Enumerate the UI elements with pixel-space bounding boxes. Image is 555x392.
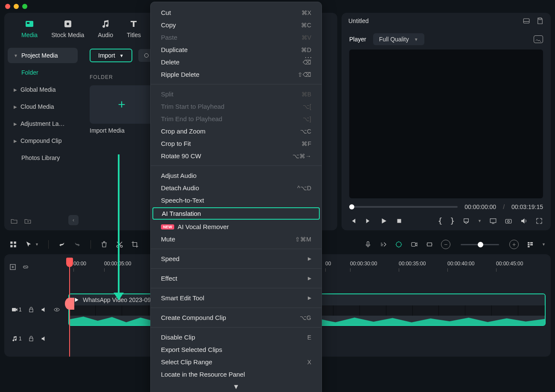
redo-icon[interactable]	[73, 241, 81, 248]
ctx-duplicate[interactable]: Duplicate⌘D	[151, 44, 321, 56]
expand-menu-icon[interactable]: ▼	[151, 380, 321, 392]
lock-icon[interactable]	[28, 306, 35, 313]
lock-icon[interactable]	[28, 335, 35, 342]
render-icon[interactable]	[410, 241, 418, 248]
sidebar-folder[interactable]: Folder	[8, 65, 78, 80]
playhead-handle[interactable]	[65, 298, 74, 310]
ctx-shortcut: ⌥[	[303, 103, 311, 110]
ctx-crop-to-fit[interactable]: Crop to Fit⌘F	[151, 137, 321, 150]
ctx-ripple-delete[interactable]: Ripple Delete⇧⌫	[151, 68, 321, 81]
undo-icon[interactable]	[58, 241, 66, 248]
mark-out-icon[interactable]: }	[450, 216, 455, 225]
grid-icon[interactable]	[9, 241, 17, 248]
visibility-icon[interactable]	[53, 306, 60, 313]
ctx-adjust-audio[interactable]: Adjust Audio	[151, 169, 321, 182]
display-icon[interactable]	[489, 217, 497, 225]
sidebar-compound-clip[interactable]: ▶ Compound Clip	[8, 133, 78, 148]
tab-titles[interactable]: Titles	[127, 19, 141, 38]
player-panel: Untitled Player Full Quality ▼ 00:00:00:	[342, 13, 551, 230]
minimize-window-button[interactable]	[14, 4, 19, 9]
layout-icon[interactable]	[523, 17, 530, 25]
seek-playhead[interactable]	[349, 204, 354, 209]
audio-mix-icon[interactable]	[380, 241, 387, 248]
save-icon[interactable]	[536, 17, 544, 25]
ctx-rotate-90-cw[interactable]: Rotate 90 CW⌥⌘→	[151, 150, 321, 162]
ctx-speed[interactable]: Speed▶	[151, 253, 321, 265]
tab-stock-media[interactable]: Stock Media	[51, 19, 84, 38]
seek-bar[interactable]	[349, 206, 458, 208]
playhead[interactable]	[69, 258, 70, 357]
mute-icon[interactable]	[41, 335, 47, 342]
stop-icon[interactable]	[395, 217, 403, 225]
tab-media[interactable]: Media	[21, 19, 38, 38]
ctx-select-clip-range[interactable]: Select Clip RangeX	[151, 356, 321, 368]
titles-icon	[129, 19, 139, 29]
voiceover-icon[interactable]	[364, 241, 372, 248]
prev-frame-icon[interactable]	[349, 217, 357, 225]
ctx-disable-clip[interactable]: Disable ClipE	[151, 331, 321, 343]
ctx-crop-and-zoom[interactable]: Crop and Zoom⌥C	[151, 125, 321, 137]
pointer-icon[interactable]	[25, 241, 32, 248]
ctx-delete[interactable]: Delete⌫	[151, 56, 321, 68]
step-forward-icon[interactable]	[365, 217, 372, 225]
fullscreen-icon[interactable]	[535, 217, 543, 225]
more-icon[interactable]: ⋯	[304, 52, 313, 62]
link-icon[interactable]	[22, 264, 29, 270]
zoom-in-button[interactable]: +	[509, 240, 519, 249]
import-button[interactable]: Import ▼	[90, 49, 132, 62]
delete-icon[interactable]	[100, 241, 108, 248]
new-bin-icon[interactable]	[24, 218, 32, 225]
sidebar-project-media[interactable]: ▼ Project Media	[8, 48, 78, 63]
cut-icon[interactable]	[116, 241, 123, 248]
zoom-out-button[interactable]: −	[441, 240, 450, 249]
zoom-knob[interactable]	[478, 242, 483, 247]
ctx-smart-edit-tool[interactable]: Smart Edit Tool▶	[151, 292, 321, 304]
snapshot-icon[interactable]	[534, 35, 543, 43]
sidebar-photos-library[interactable]: Photos Library	[8, 150, 78, 166]
collapse-sidebar-button[interactable]: ‹	[68, 215, 79, 225]
sidebar-cloud-media[interactable]: ▶ Cloud Media	[8, 99, 78, 114]
chevron-down-icon[interactable]: ▼	[35, 242, 39, 247]
ctx-detach-audio[interactable]: Detach Audio^⌥D	[151, 182, 321, 194]
chevron-down-icon[interactable]: ▼	[478, 219, 482, 223]
track-add-icon[interactable]	[9, 264, 16, 270]
sidebar-global-media[interactable]: ▶ Global Media	[8, 82, 78, 97]
track-options-icon[interactable]	[526, 241, 534, 248]
playhead-marker[interactable]	[66, 258, 73, 267]
crop-icon[interactable]	[131, 241, 139, 248]
maximize-window-button[interactable]	[22, 4, 27, 9]
zoom-slider[interactable]	[461, 244, 499, 245]
ctx-effect[interactable]: Effect▶	[151, 272, 321, 285]
player-label: Player	[349, 36, 366, 43]
fit-icon[interactable]	[426, 241, 433, 248]
marker-add-icon[interactable]	[395, 241, 403, 248]
volume-icon[interactable]	[520, 217, 528, 225]
video-track-header: 1	[4, 306, 68, 313]
ctx-speech-to-text[interactable]: Speech-to-Text	[151, 194, 321, 206]
ctx-copy[interactable]: Copy⌘C	[151, 19, 321, 31]
ctx-cut[interactable]: Cut⌘X	[151, 6, 321, 19]
play-icon[interactable]	[380, 217, 388, 225]
ctx-mute[interactable]: Mute⇧⌘M	[151, 233, 321, 245]
video-preview[interactable]	[349, 49, 543, 198]
tab-audio[interactable]: Audio	[98, 19, 113, 38]
quality-dropdown[interactable]: Full Quality ▼	[373, 33, 424, 45]
camera-icon[interactable]	[505, 217, 512, 225]
ctx-create-compound-clip[interactable]: Create Compound Clip⌥G	[151, 311, 321, 324]
import-media-tile[interactable]: +	[90, 85, 154, 124]
close-window-button[interactable]	[5, 4, 10, 9]
mark-in-icon[interactable]: {	[438, 216, 442, 225]
ctx-locate-in-the-resource-panel[interactable]: Locate in the Resource Panel	[151, 368, 321, 380]
ctx-ai-translation[interactable]: AI Translation	[152, 207, 320, 220]
svg-rect-22	[427, 243, 432, 246]
chevron-down-icon[interactable]: ▼	[542, 242, 546, 247]
chevron-right-icon: ▶	[14, 122, 17, 126]
ctx-item-label: Delete	[161, 58, 179, 66]
sidebar-adjustment-layer[interactable]: ▶ Adjustment La…	[8, 116, 78, 131]
new-folder-icon[interactable]	[10, 218, 18, 225]
ctx-ai-vocal-remover[interactable]: NEWAI Vocal Remover	[151, 221, 321, 233]
marker-icon[interactable]	[462, 217, 470, 225]
ctx-export-selected-clips[interactable]: Export Selected Clips	[151, 343, 321, 356]
chevron-right-icon: ▶	[14, 87, 17, 92]
mute-icon[interactable]	[41, 306, 47, 313]
